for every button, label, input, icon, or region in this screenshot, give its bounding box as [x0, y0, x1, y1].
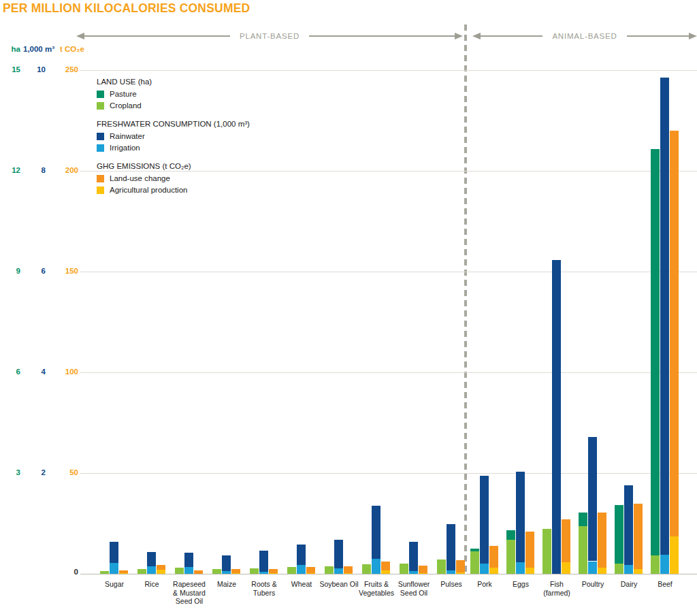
bar-segment-agricultural-production: [419, 573, 427, 574]
bar-segment-agricultural-production: [456, 572, 465, 574]
bar-segment-land-use-change: [344, 566, 353, 573]
bar-segment-irrigation: [184, 567, 193, 574]
bar-segment-agricultural-production: [157, 570, 165, 574]
category-label-line: Seed Oil: [166, 597, 212, 606]
bar-segment-land-use-change: [419, 566, 427, 573]
bar-segment-agricultural-production: [489, 568, 498, 574]
bar-segment-cropland: [400, 564, 408, 574]
legend-swatch: [97, 175, 104, 182]
bar-segment-cropland: [250, 568, 259, 574]
category-label-line: Seed Oil: [391, 589, 437, 598]
bar-segment-irrigation: [516, 562, 525, 574]
bar-segment-cropland: [212, 569, 221, 574]
legend-item-label: Agricultural production: [110, 186, 187, 194]
bar-segment-rainwater: [447, 524, 455, 570]
bar-segment-agricultural-production: [119, 573, 128, 574]
legend-item: Land-use change: [97, 174, 250, 182]
legend-swatch: [97, 187, 104, 194]
chart-canvas: PER MILLION KILOCALORIES CONSUMED PLANT-…: [0, 0, 697, 616]
plant-based-label: PLANT-BASED: [230, 32, 309, 40]
gridline: [80, 372, 697, 373]
legend-item-label: Rainwater: [110, 132, 145, 140]
legend-section: GHG EMISSIONS (t CO₂e)Land-use changeAgr…: [97, 162, 250, 194]
arrow-line: [481, 35, 542, 37]
legend-item: Irrigation: [97, 144, 250, 152]
axis-tick-label: 100: [51, 368, 78, 376]
bar-segment-irrigation: [222, 571, 231, 574]
axis-tick-label: 200: [51, 166, 78, 174]
bar-segment-agricultural-production: [598, 568, 606, 574]
legend-item-label: Land-use change: [110, 174, 170, 182]
axis-tick-label: 6: [23, 267, 46, 275]
bar-segment-irrigation: [334, 568, 343, 574]
animal-based-label: ANIMAL-BASED: [542, 32, 626, 40]
bar-segment-irrigation: [588, 562, 597, 574]
bar-segment-pasture: [615, 505, 623, 564]
bar-segment-irrigation: [409, 571, 418, 574]
bar-segment-cropland: [437, 560, 446, 574]
axis-unit-ha: ha: [1, 45, 20, 53]
bar-segment-land-use-change: [634, 504, 643, 569]
bar-segment-cropland: [651, 555, 660, 574]
bar-segment-rainwater: [297, 545, 306, 565]
bar-segment-irrigation: [660, 555, 669, 574]
arrow-line: [84, 35, 230, 37]
bar-segment-land-use-change: [306, 567, 315, 572]
bar-segment-rainwater: [588, 437, 597, 562]
bar-segment-agricultural-production: [344, 573, 353, 574]
legend-item: Cropland: [97, 101, 250, 110]
animal-based-arrow: ANIMAL-BASED: [472, 32, 697, 40]
bar-segment-agricultural-production: [634, 569, 643, 574]
bar-segment-irrigation: [147, 566, 156, 574]
axis-tick-label: 250: [51, 65, 78, 74]
bar-segment-irrigation: [297, 565, 306, 574]
bar-segment-pasture: [579, 513, 587, 527]
arrow-line: [309, 35, 455, 37]
gridline: [80, 272, 697, 272]
page-title: PER MILLION KILOCALORIES CONSUMED: [3, 1, 250, 16]
bar-segment-agricultural-production: [306, 573, 315, 574]
legend-swatch: [97, 91, 104, 98]
bar-segment-land-use-change: [562, 519, 570, 562]
bar-segment-land-use-change: [489, 546, 498, 568]
legend-section-heading: FRESHWATER CONSUMPTION (1,000 m³): [97, 120, 250, 128]
bar-segment-rainwater: [147, 552, 156, 566]
arrowhead-right-icon: [455, 33, 463, 39]
bar-segment-rainwater: [372, 506, 380, 559]
arrowhead-left-icon: [472, 33, 481, 39]
bar-segment-cropland: [137, 569, 146, 574]
bar-segment-land-use-change: [456, 560, 465, 572]
bar-segment-agricultural-production: [670, 536, 679, 574]
category-label-line: Beef: [642, 580, 688, 589]
bar-segment-rainwater: [624, 485, 633, 565]
legend-item: Pasture: [97, 90, 250, 98]
axis-tick-label: 150: [51, 267, 78, 275]
category-label-line: & Mustard: [166, 589, 212, 598]
bar-segment-land-use-change: [525, 532, 534, 568]
legend-item: Rainwater: [97, 132, 250, 140]
legend-swatch: [97, 144, 104, 152]
bar-segment-land-use-change: [157, 565, 165, 570]
bar-segment-irrigation: [259, 572, 268, 574]
arrowhead-right-icon: [689, 33, 697, 39]
bar-segment-rainwater: [516, 472, 525, 562]
legend-section-heading: GHG EMISSIONS (t CO₂e): [97, 162, 250, 170]
category-label-line: (farmed): [534, 589, 580, 598]
bar-segment-irrigation: [110, 563, 118, 574]
legend-item-label: Irrigation: [110, 144, 140, 152]
bar-segment-agricultural-production: [381, 570, 390, 574]
axis-tick-label-zero: 0: [51, 568, 78, 576]
bar-segment-rainwater: [334, 540, 343, 568]
bar-segment-cropland: [362, 564, 371, 574]
bar-segment-land-use-change: [194, 570, 203, 574]
bar-segment-rainwater: [552, 260, 561, 574]
plant-based-arrow: PLANT-BASED: [76, 32, 463, 40]
legend-section-heading: LAND USE (ha): [97, 78, 250, 86]
axis-tick-label: 50: [51, 468, 78, 476]
gridline: [80, 171, 697, 172]
arrowhead-left-icon: [76, 33, 84, 39]
bar-segment-cropland: [542, 529, 551, 574]
bar-segment-rainwater: [259, 551, 268, 572]
gridline: [80, 473, 697, 474]
legend-swatch: [97, 133, 104, 140]
